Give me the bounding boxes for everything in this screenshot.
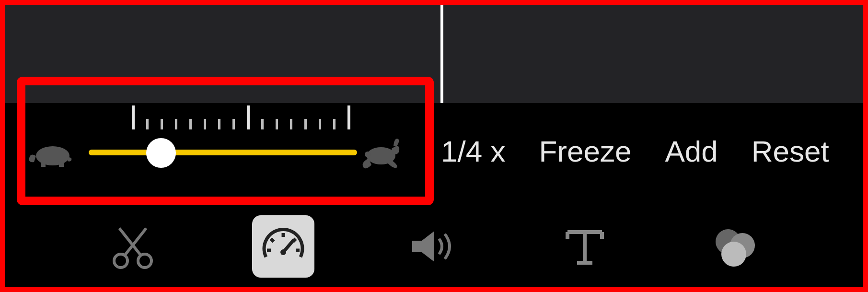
add-button[interactable]: Add bbox=[665, 134, 718, 168]
speed-tool-button[interactable] bbox=[252, 215, 314, 278]
cut-tool-button[interactable] bbox=[102, 215, 164, 278]
speed-slider-track[interactable] bbox=[89, 150, 357, 155]
edit-toolbar bbox=[0, 206, 868, 287]
filters-icon bbox=[709, 222, 762, 270]
svg-point-4 bbox=[365, 152, 370, 157]
rabbit-icon bbox=[357, 134, 405, 173]
svg-line-7 bbox=[124, 228, 146, 256]
speed-slider-panel bbox=[26, 101, 424, 197]
svg-line-12 bbox=[271, 239, 274, 242]
text-icon bbox=[561, 222, 609, 270]
playhead-indicator[interactable] bbox=[440, 0, 443, 103]
volume-tool-button[interactable] bbox=[403, 215, 465, 278]
speedometer-icon bbox=[259, 222, 307, 270]
speed-controls-row: 1/4 x Freeze Add Reset bbox=[441, 129, 854, 173]
svg-line-13 bbox=[293, 239, 296, 242]
svg-line-8 bbox=[119, 228, 141, 256]
svg-point-23 bbox=[721, 242, 746, 267]
freeze-button[interactable]: Freeze bbox=[539, 134, 631, 168]
video-preview-area bbox=[0, 0, 868, 103]
text-tool-button[interactable] bbox=[554, 215, 616, 278]
scissors-icon bbox=[109, 222, 157, 270]
speaker-icon bbox=[407, 222, 460, 270]
filters-tool-button[interactable] bbox=[704, 215, 766, 278]
speed-value-label: 1/4 x bbox=[441, 134, 505, 168]
reset-button[interactable]: Reset bbox=[752, 134, 829, 168]
svg-point-10 bbox=[280, 249, 286, 255]
svg-rect-2 bbox=[59, 162, 64, 167]
speed-slider-thumb[interactable] bbox=[146, 138, 176, 168]
turtle-icon bbox=[26, 139, 74, 168]
speed-ruler bbox=[132, 101, 357, 129]
svg-rect-1 bbox=[41, 162, 46, 167]
